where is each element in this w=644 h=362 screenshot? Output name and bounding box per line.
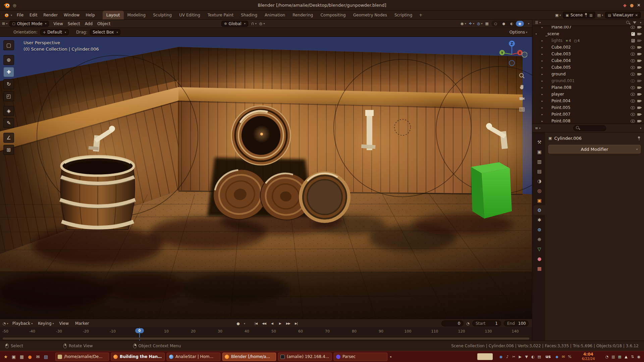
tray-icon[interactable]: ◉ bbox=[498, 353, 504, 360]
timeline-scrollbar[interactable] bbox=[3, 338, 529, 340]
disable-in-renders-camera-icon[interactable] bbox=[637, 52, 642, 56]
taskbar-window-button[interactable]: (amalie) 192.168.4... bbox=[278, 353, 332, 361]
tray-icon[interactable]: ▼ bbox=[523, 353, 530, 360]
tool-button[interactable]: ↻ bbox=[3, 79, 14, 89]
mode-dropdown[interactable]: ▢ Object Mode ▾ bbox=[9, 21, 49, 27]
hide-in-viewport-eye-icon[interactable] bbox=[631, 59, 635, 62]
object-name[interactable]: ground.001 bbox=[551, 78, 575, 83]
hide-in-viewport-eye-icon[interactable] bbox=[631, 53, 635, 56]
tray-icon[interactable]: ◆ bbox=[554, 353, 560, 360]
zoom-icon[interactable] bbox=[519, 72, 525, 79]
taskbar-window-button[interactable]: AnalieStar | Hom... bbox=[167, 353, 220, 361]
outliner-row[interactable]: ▸ player bbox=[532, 91, 644, 98]
timeline-menu[interactable]: Keying▾ bbox=[35, 321, 56, 326]
outliner-row[interactable]: ▸ Point.005 bbox=[532, 104, 644, 111]
object-name[interactable]: Cube.002 bbox=[551, 45, 571, 50]
transport-button[interactable]: ▶| bbox=[293, 320, 300, 326]
viewlayer-selector[interactable]: ▤ ViewLayer ✕ bbox=[605, 12, 641, 18]
object-name[interactable]: player bbox=[551, 92, 564, 97]
collection-exclude-checkbox[interactable] bbox=[631, 32, 635, 36]
object-visibility-dropdown[interactable]: ◉▾ bbox=[461, 21, 466, 26]
outliner-row[interactable]: ▸ Cube.002 bbox=[532, 44, 644, 51]
disclosure-arrow-icon[interactable]: ▾ bbox=[534, 33, 538, 36]
outliner-search-icon[interactable] bbox=[626, 21, 630, 25]
disable-in-renders-camera-icon[interactable] bbox=[637, 86, 642, 89]
viewport-menu[interactable]: Add bbox=[83, 21, 95, 26]
proportional-editing-toggle[interactable]: ◎▾ bbox=[259, 21, 265, 26]
disclosure-arrow-icon[interactable]: ▸ bbox=[540, 113, 544, 116]
properties-tab[interactable]: ▣ bbox=[534, 195, 545, 205]
viewport-menu[interactable]: Object bbox=[95, 21, 113, 26]
pin-id-icon[interactable] bbox=[637, 136, 641, 140]
workspace-tab[interactable]: Shading bbox=[237, 11, 261, 19]
outliner-row[interactable]: ▸ Cube.003 bbox=[532, 51, 644, 57]
disclosure-arrow-icon[interactable]: ▸ bbox=[540, 59, 544, 62]
workspace-tab[interactable]: Scripting bbox=[391, 11, 416, 19]
timeline-menu[interactable]: Playback▾ bbox=[10, 321, 36, 326]
tray-icon[interactable]: ◉ bbox=[636, 353, 642, 360]
outliner-row[interactable]: ▸ Cube.005 bbox=[532, 64, 644, 71]
transport-button[interactable]: ◀ bbox=[269, 320, 275, 326]
transport-button[interactable]: ▶▶ bbox=[285, 320, 291, 326]
timeline-menu[interactable]: View bbox=[57, 321, 72, 326]
launcher-icon[interactable]: ● bbox=[26, 353, 34, 361]
object-name[interactable]: Cube.004 bbox=[551, 58, 571, 63]
disable-in-renders-camera-icon[interactable] bbox=[637, 93, 642, 96]
shading-mode-button[interactable]: ● bbox=[500, 21, 508, 26]
disable-in-renders-camera-icon[interactable] bbox=[637, 66, 642, 69]
disable-in-renders-camera-icon[interactable] bbox=[637, 26, 642, 29]
object-name[interactable]: Cube.003 bbox=[551, 52, 571, 56]
toggle-perspective-grid-icon[interactable] bbox=[519, 106, 525, 113]
tray-icon[interactable]: ▲ bbox=[623, 353, 629, 360]
timeline-menu[interactable]: Marker bbox=[72, 321, 93, 326]
scene-browse-button[interactable]: ▣▾ bbox=[555, 13, 561, 17]
shading-mode-button[interactable]: ◐ bbox=[508, 21, 516, 26]
properties-tab[interactable]: ● bbox=[534, 254, 545, 263]
disclosure-arrow-icon[interactable]: ▸ bbox=[540, 73, 544, 76]
pin-icon[interactable] bbox=[584, 13, 588, 17]
hide-in-viewport-eye-icon[interactable] bbox=[631, 73, 635, 76]
shading-popover-chevron[interactable]: ▾ bbox=[528, 22, 529, 25]
outliner-row[interactable]: ▸ Plane.008 bbox=[532, 84, 644, 91]
remove-viewlayer-icon[interactable]: ✕ bbox=[635, 13, 638, 17]
outliner-row[interactable]: ▸ Plane.007 bbox=[532, 26, 644, 31]
collection-exclude-checkbox[interactable] bbox=[631, 39, 635, 43]
disable-in-renders-camera-icon[interactable] bbox=[637, 46, 642, 49]
properties-tab[interactable]: ✱ bbox=[534, 215, 545, 225]
tray-icon[interactable]: % bbox=[567, 353, 573, 360]
disclosure-arrow-icon[interactable]: ▸ bbox=[540, 39, 544, 42]
workspace-tab[interactable]: Geometry Nodes bbox=[350, 11, 391, 19]
object-name[interactable]: Cube.005 bbox=[551, 65, 571, 70]
workspace-tab[interactable]: Compositing bbox=[317, 11, 349, 19]
object-name[interactable]: lights bbox=[551, 38, 562, 43]
timeline-editor-type-button[interactable]: ◔▾ bbox=[3, 321, 8, 326]
object-name[interactable]: _scene bbox=[545, 32, 559, 36]
menubar-menu[interactable]: Render bbox=[40, 13, 61, 17]
properties-tab[interactable]: ⚙ bbox=[534, 205, 545, 215]
window-menu-icon[interactable]: ◆ bbox=[623, 3, 627, 8]
pan-hand-icon[interactable] bbox=[519, 84, 525, 90]
properties-options-chevron[interactable]: ▾ bbox=[640, 127, 641, 130]
tray-icon[interactable]: ◔ bbox=[604, 353, 610, 360]
outliner-filter-icon[interactable] bbox=[633, 21, 636, 24]
add-modifier-button[interactable]: Add Modifier ▾ bbox=[548, 145, 641, 154]
axis-neg-y-handle[interactable] bbox=[522, 52, 527, 57]
outliner-row[interactable]: ▸ Point.008 bbox=[532, 118, 644, 124]
navigation-gizmo[interactable]: Z Y X bbox=[496, 39, 527, 70]
axis-neg-z-handle[interactable] bbox=[509, 60, 515, 66]
frame-start-field[interactable]: Start 1 bbox=[472, 320, 501, 326]
outliner-row[interactable]: ▸ ground.001 bbox=[532, 77, 644, 84]
new-scene-icon[interactable]: ▥ bbox=[589, 13, 592, 17]
overlays-dropdown[interactable]: ◎▾ bbox=[477, 21, 483, 26]
tray-expander-icon[interactable]: ◂ bbox=[390, 355, 391, 358]
disclosure-arrow-icon[interactable]: ▸ bbox=[540, 86, 544, 89]
blender-menu-button[interactable]: ▾ bbox=[2, 11, 14, 19]
taskbar-window-button[interactable]: /home/amalie/De... bbox=[55, 353, 109, 361]
object-name[interactable]: Plane.008 bbox=[551, 85, 572, 90]
object-name[interactable]: ground bbox=[551, 72, 566, 76]
clock[interactable]: 4:04 6/22/24 bbox=[577, 352, 600, 361]
tool-button[interactable]: ✎ bbox=[3, 118, 14, 128]
drag-dropdown[interactable]: Select Box ▾ bbox=[90, 29, 120, 35]
shading-mode-button[interactable]: ◉ bbox=[516, 21, 524, 26]
properties-tab[interactable]: ▽ bbox=[534, 244, 545, 254]
